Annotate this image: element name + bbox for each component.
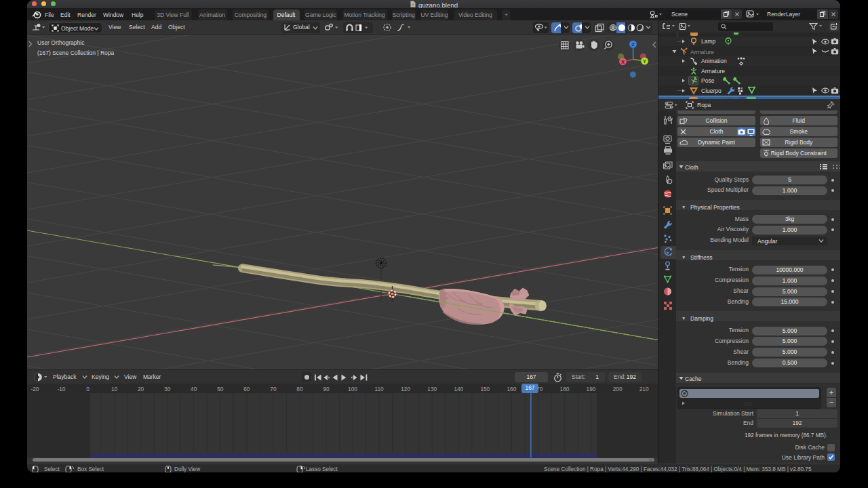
svg-text:User Orthographic: User Orthographic — [37, 39, 85, 46]
svg-text:X: X — [621, 59, 625, 65]
svg-text:Z: Z — [631, 41, 635, 47]
svg-text:Y: Y — [643, 58, 646, 64]
svg-text:(167) Scene Collection | Ropa: (167) Scene Collection | Ropa — [37, 49, 115, 56]
